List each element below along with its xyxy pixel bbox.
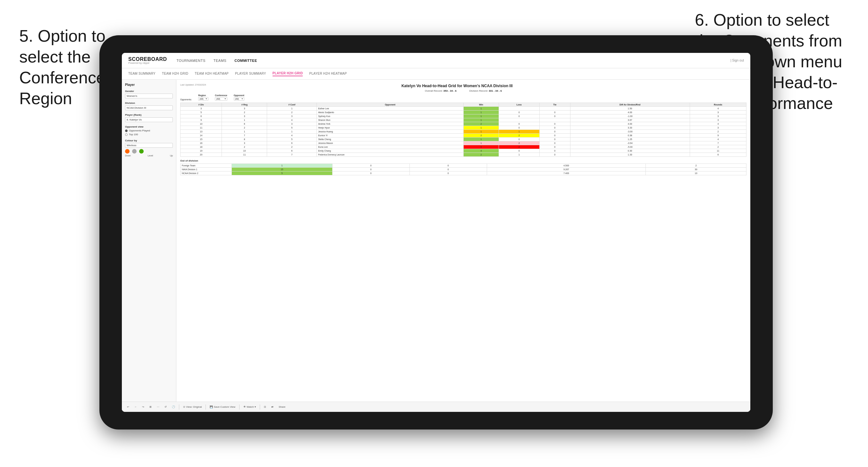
tablet-screen: SCOREBOARD Powered by clippd TOURNAMENTS… xyxy=(122,53,750,412)
gender-section: Gender Women's xyxy=(125,90,173,98)
conference-filter-label: Conference xyxy=(215,94,227,96)
colour-by-section: Colour by Win/loss Down Level Up xyxy=(125,139,173,157)
table-header-info: Last Updated: 27/03/2024 Katelyn Vo Head… xyxy=(180,84,746,88)
legend-up: Up xyxy=(170,155,173,157)
toolbar-clock[interactable]: 🕐 xyxy=(170,405,176,409)
record-row: Overall Record: 353 - 34 - 6 Division Re… xyxy=(180,89,746,92)
table-row: 1063 Andrea York 200 4.004 xyxy=(181,122,746,126)
toolbar-watch[interactable]: 👁 Watch ▾ xyxy=(242,405,257,409)
colour-up xyxy=(139,149,144,154)
table-row: 1474 Eunice Yi 220 0.389 xyxy=(181,134,746,137)
opponent-filter-select[interactable]: (All) xyxy=(234,97,244,101)
subnav-team-summary[interactable]: TEAM SUMMARY xyxy=(128,72,156,76)
legend-level: Level xyxy=(148,155,153,157)
opponent-view-radio-group: Opponents Played Top 100 xyxy=(125,129,173,136)
main-data-table: # Div # Reg # Conf Opponent Win Loss Tie… xyxy=(180,102,746,157)
colour-level xyxy=(132,149,136,154)
sign-out-link[interactable]: | Sign out xyxy=(731,59,744,62)
subnav-team-h2h-grid[interactable]: TEAM H2H GRID xyxy=(162,72,188,76)
opponent-played-label: Opponents Played xyxy=(129,129,150,132)
col-conf: # Conf xyxy=(267,103,317,107)
top100-label: Top 100 xyxy=(129,133,138,136)
table-row: 1311 Jessica Huang 110 -3.002 xyxy=(181,130,746,134)
main-nav: TOURNAMENTS TEAMS COMMITTEE xyxy=(177,59,721,62)
conference-filter-group: Conference (All) xyxy=(215,94,227,101)
overall-record-value: 353 - 34 - 6 xyxy=(443,89,457,92)
gender-select[interactable]: Women's xyxy=(125,94,173,98)
colour-legend-text: Down Level Up xyxy=(125,155,173,157)
player-rank-select[interactable]: 8. Katelyn Vo xyxy=(125,117,173,122)
player-section: Player xyxy=(125,83,173,87)
subnav-player-summary[interactable]: PLAYER SUMMARY xyxy=(235,72,266,76)
out-of-division-table: Foreign Team 1 0 0 4.500 2 NAIA Division… xyxy=(180,163,746,175)
region-filter-label: Region xyxy=(198,94,209,96)
division-record-value: 331 - 34 - 6 xyxy=(489,89,502,92)
table-row: 331 Esther Lee 1 1.504 xyxy=(181,107,746,111)
player-rank-label: Player (Rank) xyxy=(125,114,173,116)
filter-row: Opponents: Region (All) Conference (All) xyxy=(180,94,746,101)
subnav-player-h2h-heatmap[interactable]: PLAYER H2H HEATMAP xyxy=(309,72,347,76)
table-row: 19106 Emily Chang 400 0.3011 xyxy=(181,149,746,153)
col-diff: Diff Av Strokes/Rnd xyxy=(570,103,690,107)
header-right: | Sign out xyxy=(731,59,744,62)
region-filter-select[interactable]: (All) xyxy=(198,97,209,101)
division-section: Division NCAA Division III xyxy=(125,102,173,110)
col-reg: # Reg xyxy=(222,103,267,107)
toolbar-back[interactable]: ← xyxy=(133,405,138,409)
sub-nav: TEAM SUMMARY TEAM H2H GRID TEAM H2H HEAT… xyxy=(122,68,750,80)
region-filter-group: Region (All) xyxy=(198,94,209,101)
subnav-team-h2h-heatmap[interactable]: TEAM H2H HEATMAP xyxy=(195,72,228,76)
table-row: 1125 Heejo Hyun 100 3.333 xyxy=(181,126,746,130)
table-row: NAIA Division 1 15 0 0 9.267 30 xyxy=(181,168,746,172)
toolbar-save-custom[interactable]: 💾 Save Custom View xyxy=(209,405,237,409)
nav-teams[interactable]: TEAMS xyxy=(214,59,226,62)
sidebar: Player Gender Women's Division NCAA Divi… xyxy=(122,80,176,412)
top100-option[interactable]: Top 100 xyxy=(125,133,173,136)
main-content: Player Gender Women's Division NCAA Divi… xyxy=(122,80,750,412)
player-rank-section: Player (Rank) 8. Katelyn Vo xyxy=(125,114,173,122)
table-row: 633 Sydney Kuo 100 -1.003 xyxy=(181,115,746,118)
toolbar-undo[interactable]: ↩ xyxy=(126,405,130,409)
gender-label: Gender xyxy=(125,90,173,93)
table-row: Foreign Team 1 0 0 4.500 2 xyxy=(181,164,746,168)
conference-filter-select[interactable]: (All) xyxy=(215,97,227,101)
player-title: Player xyxy=(125,83,173,87)
table-area: Last Updated: 27/03/2024 Katelyn Vo Head… xyxy=(176,80,750,412)
colour-by-label: Colour by xyxy=(125,139,173,142)
toolbar-transfer[interactable]: ⇄ xyxy=(270,405,275,409)
grid-title: Katelyn Vo Head-to-Head Grid for Women's… xyxy=(206,84,708,88)
toolbar-sep1 xyxy=(179,405,179,410)
opponents-label: Opponents: xyxy=(180,98,192,101)
bottom-toolbar: ↩ ← ↪ ⊞ ⋯ ↺ 🕐 ⊙ View: Original 💾 Save Cu… xyxy=(122,402,750,412)
nav-tournaments[interactable]: TOURNAMENTS xyxy=(177,59,206,62)
toolbar-dotgrid[interactable]: ⋯ xyxy=(156,405,161,409)
logo-text: SCOREBOARD xyxy=(128,57,167,62)
toolbar-redo[interactable]: ↪ xyxy=(141,405,146,409)
col-div: # Div xyxy=(181,103,222,107)
radio-dot-top100 xyxy=(125,133,128,136)
toolbar-share[interactable]: Share xyxy=(277,405,287,409)
legend-down: Down xyxy=(125,155,131,157)
toolbar-grid[interactable]: ⊞ xyxy=(148,405,153,409)
table-row: 1822 Euna Lee 020 -5.002 xyxy=(181,145,746,149)
table-row: 20117 Federica Domecq Lacroze 210 1.336 xyxy=(181,153,746,157)
col-tie: Tie xyxy=(540,103,570,107)
table-row: NCAA Division 2 5 0 0 7.400 10 xyxy=(181,172,746,175)
subnav-player-h2h-grid[interactable]: PLAYER H2H GRID xyxy=(273,71,303,76)
app-header: SCOREBOARD Powered by clippd TOURNAMENTS… xyxy=(122,53,750,68)
colour-by-select[interactable]: Win/loss xyxy=(125,143,173,148)
radio-dot-played xyxy=(125,129,128,132)
table-row: 914 Sharon Mun 1 3.673 xyxy=(181,118,746,122)
toolbar-export[interactable]: ⊡ xyxy=(262,405,268,409)
opponent-filter-label: Opponent xyxy=(234,94,244,96)
nav-committee[interactable]: COMMITTEE xyxy=(235,59,257,62)
toolbar-sep2 xyxy=(206,405,206,410)
division-select[interactable]: NCAA Division III xyxy=(125,105,173,110)
app-logo: SCOREBOARD Powered by clippd xyxy=(128,57,167,64)
col-rounds: Rounds xyxy=(690,103,746,107)
toolbar-view-original[interactable]: ⊙ View: Original xyxy=(182,405,203,409)
opponent-played-option[interactable]: Opponents Played xyxy=(125,129,173,132)
toolbar-refresh[interactable]: ↺ xyxy=(163,405,168,409)
col-opponent: Opponent xyxy=(317,103,464,107)
colour-down xyxy=(125,149,129,154)
